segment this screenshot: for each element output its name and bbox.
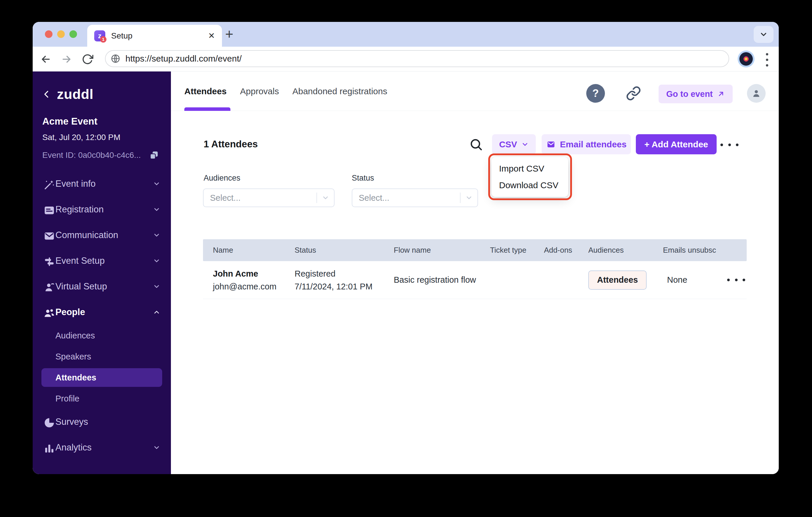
row-more-options-icon[interactable] — [727, 278, 745, 282]
sidebar-item-label: Event Setup — [55, 256, 105, 266]
browser-window: z 1 Setup ✕ + https://setup.zuddl.com/ev… — [33, 22, 779, 474]
favicon-badge: 1 — [100, 36, 107, 42]
help-icon[interactable]: ? — [586, 84, 605, 103]
chevron-down-icon — [322, 194, 329, 202]
chevron-up-icon — [153, 308, 161, 316]
search-icon[interactable] — [469, 137, 483, 151]
sidebar-item-registration[interactable]: Registration — [33, 197, 171, 222]
col-emails-unsubscribed: Emails unsubsc — [663, 246, 727, 255]
tab-approvals[interactable]: Approvals — [240, 86, 279, 96]
close-window-button[interactable] — [45, 30, 53, 38]
page-tabbar: Attendees Approvals Abandoned registrati… — [171, 71, 779, 111]
active-tab-underline — [184, 107, 230, 111]
audiences-filter-select[interactable]: Select... — [203, 189, 335, 207]
zuddl-favicon-icon: z 1 — [94, 30, 105, 41]
sidebar-item-label: Event info — [55, 178, 96, 189]
forward-icon[interactable] — [61, 53, 72, 65]
col-ticket-type: Ticket type — [490, 246, 544, 255]
people-icon — [43, 307, 55, 317]
col-status: Status — [295, 246, 394, 255]
flow-name-cell: Basic registration flow — [394, 275, 490, 285]
tab-search-chevron-button[interactable] — [754, 26, 774, 43]
attendee-name: John Acme — [213, 267, 295, 280]
more-options-icon[interactable] — [720, 143, 738, 146]
browser-menu-icon[interactable] — [765, 53, 769, 66]
profile-avatar[interactable] — [737, 51, 755, 67]
chevron-left-icon[interactable] — [42, 90, 51, 98]
tab-title: Setup — [111, 31, 202, 40]
chevron-down-icon — [465, 194, 473, 202]
minimize-window-button[interactable] — [57, 30, 65, 38]
link-icon[interactable] — [626, 86, 641, 101]
back-icon[interactable] — [40, 53, 52, 65]
close-tab-icon[interactable]: ✕ — [208, 31, 215, 40]
status-filter-label: Status — [352, 174, 374, 183]
audiences-filter-label: Audiences — [204, 174, 240, 183]
sidebar-item-people[interactable]: People — [33, 299, 171, 325]
sidebar-nav: Event info Registration Communication — [33, 171, 171, 460]
event-id: Event ID: 0a0c0b40-c4c6... — [42, 150, 141, 160]
email-attendees-button[interactable]: Email attendees — [542, 134, 631, 154]
attendee-email: john@acme.com — [213, 280, 295, 293]
refresh-icon[interactable] — [82, 53, 93, 65]
status-cell: Registered 7/11/2024, 12:01 PM — [295, 267, 394, 293]
signpost-icon — [43, 256, 55, 266]
add-attendee-button[interactable]: + Add Attendee — [636, 134, 717, 154]
chevron-down-icon — [759, 30, 768, 39]
sidebar-item-surveys[interactable]: Surveys — [33, 409, 171, 435]
attendees-table: Name Status Flow name Ticket type Add-on… — [203, 239, 747, 299]
name-cell: John Acme john@acme.com — [213, 267, 295, 293]
sidebar-item-label: People — [55, 307, 85, 317]
maximize-window-button[interactable] — [69, 30, 77, 38]
select-divider — [460, 193, 461, 203]
person-icon — [751, 88, 762, 99]
csv-dropdown-button[interactable]: CSV — [492, 134, 536, 154]
copy-icon[interactable] — [148, 150, 160, 161]
go-to-event-button[interactable]: Go to event — [659, 85, 733, 103]
browser-tab[interactable]: z 1 Setup ✕ — [87, 25, 222, 47]
table-header: Name Status Flow name Ticket type Add-on… — [203, 239, 747, 261]
audience-badge[interactable]: Attendees — [588, 270, 647, 290]
sidebar-item-label: Communication — [55, 230, 118, 240]
chevron-down-icon — [153, 257, 161, 265]
wand-icon — [43, 178, 55, 189]
status-filter-select[interactable]: Select... — [352, 189, 478, 207]
chevron-down-icon — [521, 141, 529, 148]
sidebar-item-event-setup[interactable]: Event Setup — [33, 248, 171, 274]
tab-abandoned-registrations[interactable]: Abandoned registrations — [292, 86, 387, 96]
person-icon — [43, 281, 55, 292]
event-name: Acme Event — [42, 116, 97, 127]
sidebar-item-communication[interactable]: Communication — [33, 222, 171, 248]
browser-toolbar: https://setup.zuddl.com/event/ — [33, 47, 779, 71]
app-content: zuddl Acme Event Sat, Jul 20, 12:00 PM E… — [33, 71, 779, 474]
sidebar-item-label: Analytics — [55, 442, 92, 453]
event-id-row: Event ID: 0a0c0b40-c4c6... — [42, 150, 160, 161]
sidebar-item-virtual-setup[interactable]: Virtual Setup — [33, 274, 171, 299]
sidebar-item-audiences[interactable]: Audiences — [33, 325, 171, 346]
logo-row[interactable]: zuddl — [42, 86, 93, 102]
form-icon — [43, 204, 55, 215]
globe-icon — [110, 53, 121, 64]
attendee-count-title: 1 Attendees — [204, 139, 258, 150]
add-attendee-label: + Add Attendee — [644, 140, 708, 149]
sidebar-item-event-info[interactable]: Event info — [33, 171, 171, 197]
sidebar-item-label: Attendees — [55, 373, 96, 382]
url-bar[interactable]: https://setup.zuddl.com/event/ — [105, 50, 729, 67]
tab-attendees[interactable]: Attendees — [184, 86, 227, 96]
sidebar-item-label: Profile — [55, 394, 79, 403]
chevron-down-icon — [153, 444, 161, 451]
col-audiences: Audiences — [588, 246, 663, 255]
account-avatar[interactable] — [747, 84, 765, 103]
sidebar-item-label: Registration — [55, 204, 104, 215]
sidebar-item-speakers[interactable]: Speakers — [33, 346, 171, 367]
new-tab-button[interactable]: + — [225, 26, 233, 42]
sidebar-item-profile[interactable]: Profile — [33, 388, 171, 409]
sidebar-item-analytics[interactable]: Analytics — [33, 435, 171, 460]
sidebar-item-attendees[interactable]: Attendees — [41, 368, 162, 387]
avatar-image — [740, 52, 753, 66]
external-arrow-icon — [717, 90, 725, 98]
email-button-label: Email attendees — [560, 140, 627, 149]
table-row[interactable]: John Acme john@acme.com Registered 7/11/… — [203, 261, 747, 299]
audiences-cell: Attendees — [588, 270, 663, 290]
url-text: https://setup.zuddl.com/event/ — [125, 54, 242, 64]
